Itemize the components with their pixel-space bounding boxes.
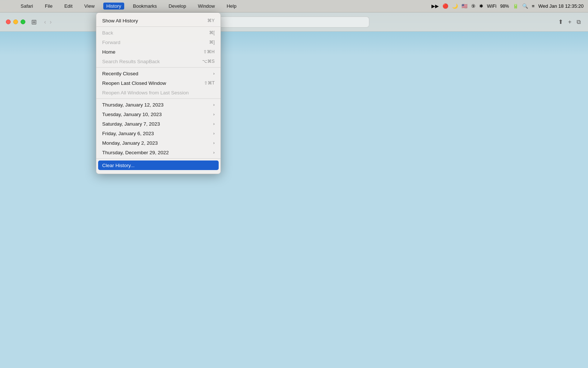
forward-history-item: Forward ⌘] <box>96 37 220 47</box>
menu-file[interactable]: File <box>42 3 55 10</box>
history-date-item-2[interactable]: Saturday, January 7, 2023 › <box>96 119 220 129</box>
home-history-item[interactable]: Home ⇧⌘H <box>96 47 220 57</box>
history-date-item-3[interactable]: Friday, January 6, 2023 › <box>96 129 220 138</box>
date-chevron-0: › <box>213 102 215 107</box>
traffic-lights <box>6 19 25 24</box>
snapback-history-item: Search Results SnapBack ⌥⌘S <box>96 57 220 66</box>
browser-toolbar: ⊞ ‹ › Search or enter website name ⬆ + ⧉ <box>0 12 588 32</box>
menu-edit[interactable]: Edit <box>61 3 75 10</box>
recently-closed-chevron: › <box>213 71 215 76</box>
history-date-item-5[interactable]: Thursday, December 29, 2022 › <box>96 148 220 157</box>
menubar-icon-wifi: WiFi <box>487 3 496 9</box>
share-button[interactable]: ⬆ <box>557 17 564 27</box>
menubar-left: Safari File Edit View History Bookmarks … <box>4 3 431 10</box>
datetime-display: Wed Jan 18 12:35:20 <box>538 3 584 9</box>
background-scene <box>0 0 588 368</box>
background <box>0 0 588 368</box>
menu-section-dates: Thursday, January 12, 2023 › Tuesday, Ja… <box>96 98 220 158</box>
maximize-button[interactable] <box>21 19 25 24</box>
menu-bookmarks[interactable]: Bookmarks <box>130 3 160 10</box>
menubar-right: ▶▶ 🔴 🌙 🇺🇸 ⑨ ✱ WiFi 98% 🔋 🔍 ≡ Wed Jan 18 … <box>431 3 584 9</box>
menubar-icon-bluetooth: ✱ <box>479 3 483 9</box>
menu-window[interactable]: Window <box>195 3 218 10</box>
menu-section-nav: Back ⌘[ Forward ⌘] Home ⇧⌘H Search Resul… <box>96 26 220 67</box>
show-all-history-item[interactable]: Show All History ⌘Y <box>96 16 220 25</box>
search-icon[interactable]: 🔍 <box>522 3 528 9</box>
menubar-icon-dropbox: 🔴 <box>442 3 448 9</box>
menu-view[interactable]: View <box>81 3 97 10</box>
date-chevron-1: › <box>213 112 215 116</box>
menubar: Safari File Edit View History Bookmarks … <box>0 0 588 12</box>
history-dropdown-menu: Show All History ⌘Y Back ⌘[ Forward ⌘] H… <box>96 12 221 174</box>
menu-section-reopen: Recently Closed › Reopen Last Closed Win… <box>96 67 220 98</box>
menubar-icon-flag: 🇺🇸 <box>462 3 467 9</box>
forward-button[interactable]: › <box>48 17 53 27</box>
history-date-item-1[interactable]: Tuesday, January 10, 2023 › <box>96 109 220 119</box>
menu-safari[interactable]: Safari <box>18 3 36 10</box>
back-history-item: Back ⌘[ <box>96 28 220 37</box>
new-tab-button[interactable]: + <box>567 17 573 27</box>
menu-section-top: Show All History ⌘Y <box>96 15 220 26</box>
reopen-last-window-item[interactable]: Reopen Last Closed Window ⇧⌘T <box>96 78 220 88</box>
menu-develop[interactable]: Develop <box>166 3 189 10</box>
history-date-item-4[interactable]: Monday, January 2, 2023 › <box>96 138 220 148</box>
control-center-icon[interactable]: ≡ <box>532 3 535 9</box>
battery-text: 98% <box>500 4 509 9</box>
menu-help[interactable]: Help <box>224 3 240 10</box>
date-chevron-5: › <box>213 150 215 155</box>
date-chevron-4: › <box>213 141 215 145</box>
reopen-all-windows-item: Reopen All Windows from Last Session <box>96 88 220 97</box>
menu-section-clear: Clear History... <box>96 158 220 172</box>
menu-history[interactable]: History <box>103 3 124 10</box>
sidebar-toggle-button[interactable]: ⊞ <box>30 17 38 28</box>
history-date-item-0[interactable]: Thursday, January 12, 2023 › <box>96 100 220 109</box>
clear-history-item[interactable]: Clear History... <box>98 160 219 170</box>
recently-closed-item[interactable]: Recently Closed › <box>96 69 220 78</box>
back-button[interactable]: ‹ <box>43 17 47 27</box>
date-chevron-3: › <box>213 131 215 136</box>
menubar-icon-moon: 🌙 <box>452 3 458 9</box>
apple-menu[interactable] <box>4 6 10 7</box>
date-chevron-2: › <box>213 122 215 126</box>
tab-overview-button[interactable]: ⧉ <box>575 17 582 27</box>
close-button[interactable] <box>6 19 11 24</box>
toolbar-right: ⬆ + ⧉ <box>557 17 582 27</box>
battery-icon: 🔋 <box>513 3 519 9</box>
minimize-button[interactable] <box>13 19 18 24</box>
menubar-icon-circle: ⑨ <box>471 3 476 9</box>
nav-buttons: ‹ › <box>43 17 53 27</box>
menubar-icon-arrow: ▶▶ <box>431 3 439 9</box>
